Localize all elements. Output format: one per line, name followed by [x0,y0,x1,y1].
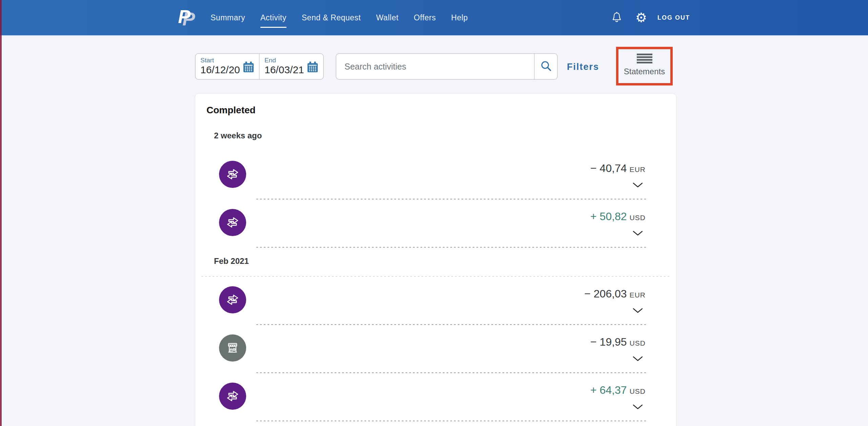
calendar-icon[interactable] [306,61,319,74]
transaction-amount: − 40,74EUR [590,162,646,175]
date-range-picker: Start 16/12/20 End 16/03/21 [195,53,324,80]
transfer-icon [219,383,246,410]
nav-item-wallet[interactable]: Wallet [376,13,398,22]
transfer-icon [219,161,246,188]
nav-item-summary[interactable]: Summary [211,13,245,22]
search-box [336,53,558,80]
start-date-field[interactable]: Start 16/12/20 [196,54,259,79]
transfer-icon [219,286,246,313]
nav-item-send-request[interactable]: Send & Request [302,13,361,22]
search-input[interactable] [336,54,536,79]
end-date-label: End [264,57,276,64]
transaction-row[interactable]: + 50,82USD [195,199,676,248]
calendar-icon[interactable] [242,61,255,74]
transaction-amount: + 64,37USD [590,384,646,396]
nav-item-offers[interactable]: Offers [414,13,436,22]
end-date-field[interactable]: End 16/03/21 [260,54,323,79]
top-nav: P P Summary Activity Send & Request Wall… [0,0,868,36]
statements-button[interactable]: Statements [616,47,673,85]
chevron-down-icon[interactable] [633,404,643,410]
transaction-row[interactable]: − 19,95USD [195,325,676,373]
store-icon [219,334,246,362]
notifications-bell-icon[interactable] [610,11,624,24]
month-group-header: Feb 2021 [195,248,676,277]
settings-gear-icon[interactable]: ⚙ [634,11,648,24]
chevron-down-icon[interactable] [633,231,643,236]
activity-card: Completed 2 weeks ago − 40,74EUR [195,93,676,426]
chevron-down-icon[interactable] [633,356,643,362]
transfer-icon [219,209,246,236]
transaction-row[interactable]: − 40,74EUR [195,151,676,199]
group-label: Feb 2021 [214,256,249,266]
screen-edge-strip [0,0,2,426]
transaction-amount: + 50,82USD [590,210,646,223]
paypal-activity-page: P P Summary Activity Send & Request Wall… [0,0,868,426]
group-label: 2 weeks ago [214,131,262,140]
search-button[interactable] [534,54,557,79]
logout-button[interactable]: LOG OUT [657,14,690,21]
chevron-down-icon[interactable] [633,182,643,188]
statements-lines-icon [637,54,652,64]
end-date-value: 16/03/21 [264,64,304,76]
nav-item-activity[interactable]: Activity [260,13,287,22]
nav-item-help[interactable]: Help [451,13,468,22]
transaction-row[interactable]: + 64,37USD [195,373,676,421]
transaction-amount: − 19,95USD [590,336,646,348]
transaction-row[interactable]: − 206,03EUR [195,277,676,325]
logo-letter-front: P [178,7,191,26]
filters-link[interactable]: Filters [567,62,599,72]
chevron-down-icon[interactable] [633,308,643,313]
paypal-logo-icon[interactable]: P P [178,5,197,30]
status-header: Completed [206,105,256,116]
start-date-value: 16/12/20 [200,64,240,76]
start-date-label: Start [200,57,214,64]
transaction-amount: − 206,03EUR [584,288,646,300]
statements-label: Statements [624,67,665,76]
search-icon [540,60,552,73]
